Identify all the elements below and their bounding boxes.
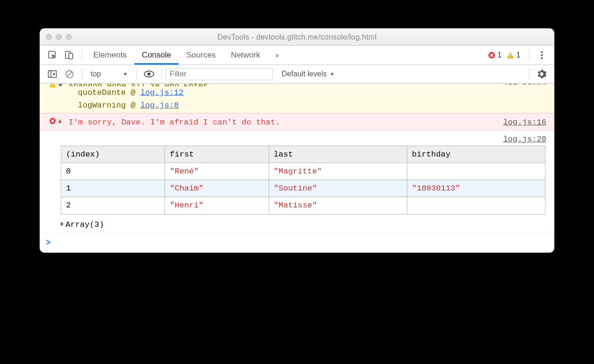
divider [529,50,529,61]
source-link[interactable]: log.js:16 [503,115,546,129]
svg-rect-15 [52,83,53,85]
chevron-down-icon: ▼ [330,71,335,77]
table-row[interactable]: 1 "Chaim" "Soutine" "18930113" [61,180,545,197]
context-selector[interactable]: top ▼ [86,70,132,78]
error-count-badge[interactable]: 1 [488,51,502,59]
titlebar: DevTools - devtools.glitch.me/console/lo… [40,29,554,46]
disclosure-triangle-icon[interactable] [59,84,63,86]
minimize-window-button[interactable] [56,34,62,40]
divider [529,68,529,80]
log-warning-row[interactable]: Abandon Hope All Ye Who Enter quoteDante… [40,83,554,113]
source-link[interactable]: log.js:8 [140,101,179,110]
table-header[interactable]: (index) [61,146,165,163]
svg-rect-4 [510,54,511,56]
tabs-overflow[interactable]: » [268,46,287,65]
live-expression-icon[interactable] [144,70,154,78]
table-header[interactable]: birthday [407,146,545,163]
array-summary[interactable]: Array(3) [40,216,554,233]
svg-line-12 [67,72,72,77]
svg-rect-5 [510,57,511,58]
svg-point-6 [541,51,543,53]
log-warning-body: Abandon Hope All Ye Who Enter quoteDante… [59,85,503,112]
source-link[interactable]: log.js:12 [503,83,546,85]
clear-console-icon[interactable] [64,70,74,79]
table-header-row: (index) first last birthday [61,146,545,163]
console-log-area: Abandon Hope All Ye Who Enter quoteDante… [40,83,554,252]
data-table: (index) first last birthday 0 "René" "Ma… [61,146,545,215]
divider [82,50,82,61]
tab-network[interactable]: Network [223,46,268,65]
kebab-menu-icon[interactable] [536,51,547,59]
devtools-window: DevTools - devtools.glitch.me/console/lo… [40,28,554,253]
main-tabs: Elements Console Sources Network » 1 1 [40,46,554,65]
source-link[interactable]: log.js:12 [140,88,184,97]
inspect-icon[interactable] [47,50,58,60]
svg-point-7 [541,54,543,56]
error-icon [46,115,59,124]
stack-frame: quoteDante @ log.js:12 [78,86,503,99]
table-header[interactable]: first [165,146,269,163]
warning-count-badge[interactable]: 1 [506,51,520,59]
log-levels-selector[interactable]: Default levels ▼ [281,70,335,78]
warning-stack: quoteDante @ log.js:12 logWarning @ log.… [59,86,503,112]
tab-sources[interactable]: Sources [179,46,223,65]
console-prompt[interactable]: > [40,233,554,253]
window-title: DevTools - devtools.glitch.me/console/lo… [40,33,554,41]
zoom-window-button[interactable] [66,34,72,40]
console-table: (index) first last birthday 0 "René" "Ma… [40,146,554,216]
divider [136,68,137,80]
divider [82,68,82,80]
svg-point-14 [148,73,151,76]
error-icon [488,51,495,59]
settings-gear-icon[interactable] [536,69,547,79]
log-error-body: I'm sorry, Dave. I'm afraid I can't do t… [59,115,503,129]
stack-frame: logWarning @ log.js:8 [78,99,503,112]
close-window-button[interactable] [46,34,52,40]
svg-rect-16 [52,86,53,87]
svg-point-8 [541,58,543,59]
table-row[interactable]: 0 "René" "Magritte" [61,163,545,180]
filter-input[interactable] [165,68,273,80]
log-table-source-row: log.js:20 [40,131,554,146]
tab-elements[interactable]: Elements [86,46,134,65]
svg-rect-2 [69,53,73,59]
log-error-row[interactable]: I'm sorry, Dave. I'm afraid I can't do t… [40,113,554,130]
device-toolbar-icon[interactable] [64,50,74,60]
prompt-chevron-icon: > [46,238,51,248]
warning-icon [506,51,514,59]
source-link[interactable]: log.js:20 [503,132,546,146]
chevron-down-icon: ▼ [123,71,128,77]
window-controls [46,34,72,40]
disclosure-triangle-icon[interactable] [61,222,64,226]
toggle-sidebar-icon[interactable] [47,70,58,78]
table-header[interactable]: last [269,146,407,163]
divider [161,68,162,80]
tab-console[interactable]: Console [134,46,179,65]
error-message: I'm sorry, Dave. I'm afraid I can't do t… [68,118,280,127]
warning-icon [46,83,59,88]
table-row[interactable]: 2 "Henri" "Matisse" [61,197,545,214]
disclosure-triangle-icon[interactable] [59,119,62,124]
console-filter-bar: top ▼ Default levels ▼ [40,65,554,83]
